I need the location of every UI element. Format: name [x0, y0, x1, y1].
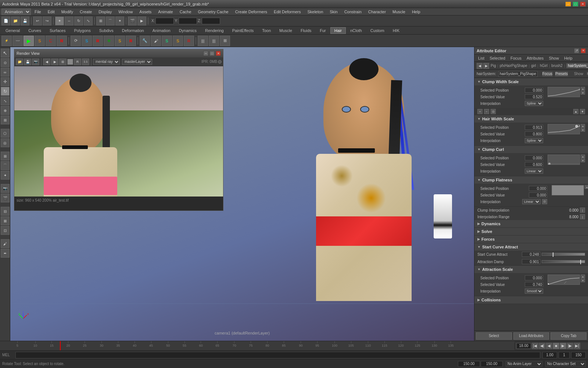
cc-graph-down[interactable]: ▼ [581, 159, 585, 162]
clump-width-icon1[interactable]: + [477, 109, 483, 114]
mode-dropdown[interactable]: Animation [1, 8, 31, 15]
clump-interp-slider[interactable]: | [580, 208, 585, 213]
menu-modify[interactable]: Modify [58, 9, 76, 15]
section-header-clump-flatness[interactable]: ▼ Clump Flatness [474, 176, 588, 184]
render-tool[interactable]: 🎬 [1, 194, 10, 202]
breadcrumb-prev[interactable]: ◀ [477, 63, 483, 69]
hw-interp-select[interactable]: Spline [525, 138, 543, 143]
cc-pos-input[interactable] [525, 155, 543, 160]
move-btn[interactable]: ↔ [65, 17, 74, 25]
rv-save-btn[interactable]: 💾 [24, 59, 31, 65]
tab-painteffects[interactable]: PaintEffects [228, 27, 258, 34]
section-header-start-curve[interactable]: ▼ Start Curve Attract [474, 243, 588, 251]
show-manipulator[interactable]: ⊕ [1, 106, 10, 115]
timeline-playhead[interactable] [60, 341, 61, 351]
step-back-btn[interactable]: ◀| [539, 343, 545, 349]
range-current-input[interactable] [559, 352, 570, 358]
shelf-icon-13[interactable]: 🔧 [140, 36, 150, 46]
section-header-solve[interactable]: ▶ Solve [474, 228, 588, 235]
tab-curves[interactable]: Curves [24, 27, 45, 34]
clump-curl-graph[interactable] [548, 155, 580, 165]
menu-character[interactable]: Character [365, 9, 389, 15]
hair-width-graph[interactable] [548, 124, 580, 134]
snap-to-point[interactable]: ✦ [1, 171, 10, 180]
component-editor[interactable]: ⊡ [1, 226, 10, 235]
minimize-button[interactable]: ─ [565, 1, 571, 7]
current-frame-input[interactable] [516, 343, 531, 349]
viewport-3d[interactable]: Render View ─ □ ✕ 📁 💾 📷 ◀ ▶ ⊞ R 1:1 [10, 47, 474, 341]
load-attributes-button[interactable]: Load Attributes [513, 332, 549, 340]
select-button[interactable]: Select [476, 332, 512, 340]
scale-tool[interactable]: ⤡ [1, 96, 10, 105]
soft-mod[interactable]: ◎ [1, 138, 10, 147]
play-fwd-btn[interactable]: ▶ [560, 343, 566, 349]
attr-tab-focus[interactable]: Focus [509, 55, 523, 61]
shelf-icon-8[interactable]: S [82, 36, 92, 46]
rv-next-btn[interactable]: ▶ [51, 59, 58, 65]
tab-animation[interactable]: Animation [148, 27, 175, 34]
sca-damp-slider[interactable] [542, 260, 585, 263]
as-graph-down[interactable]: ▼ [581, 279, 585, 282]
tab-fluids[interactable]: Fluids [297, 27, 315, 34]
tab-ncloth[interactable]: nCloth [346, 27, 366, 34]
x-input[interactable] [155, 18, 174, 24]
undo-btn[interactable]: ↩ [33, 17, 42, 25]
clump-width-val-input[interactable] [525, 94, 543, 99]
tab-hik[interactable]: HIK [389, 27, 404, 34]
breadcrumb-girl[interactable]: girl [531, 64, 536, 68]
breadcrumb-next[interactable]: ▶ [483, 63, 489, 69]
tab-deformation[interactable]: Deformation [118, 27, 148, 34]
rv-snap-btn[interactable]: 📷 [32, 59, 39, 65]
scale-btn[interactable]: ⤡ [84, 17, 93, 25]
rotate-btn[interactable]: ↻ [74, 17, 83, 25]
menu-create-deformers[interactable]: Create Deformers [232, 9, 270, 15]
focus-button[interactable]: Focus [542, 71, 553, 77]
menu-display[interactable]: Display [96, 9, 115, 15]
shelf-icon-2[interactable]: 〰 [12, 36, 23, 46]
cf-pos-input[interactable] [529, 186, 547, 191]
shelf-icon-18[interactable]: ||| [198, 36, 208, 46]
section-header-collisions[interactable]: ▶ Collisions [474, 296, 588, 304]
graph-down-btn[interactable]: ▼ [581, 91, 585, 95]
shelf-icon-5[interactable]: C [46, 36, 56, 46]
as-graph-up[interactable]: ▲ [581, 275, 585, 278]
shelf-icon-4[interactable]: S [35, 36, 45, 46]
section-header-attraction-scale[interactable]: ▼ Attraction Scale [474, 266, 588, 273]
hw-graph-up[interactable]: ▲ [581, 124, 585, 128]
menu-geometry-cache[interactable]: Geometry Cache [195, 9, 232, 15]
cf-graph-up[interactable]: ▲ [585, 185, 588, 189]
attr-tab-selected[interactable]: Selected [488, 55, 507, 61]
menu-muscle[interactable]: Muscle [390, 9, 408, 15]
sca-damp-input[interactable] [522, 259, 540, 264]
attr-tab-list[interactable]: List [477, 55, 486, 61]
attr-tab-help[interactable]: Help [563, 55, 574, 61]
rv-maximize[interactable]: □ [209, 51, 215, 56]
cf-val-input[interactable] [529, 192, 547, 198]
range-total-input[interactable] [571, 352, 586, 358]
snap-to-grid[interactable]: ⊞ [1, 152, 10, 160]
clump-width-icon5[interactable]: ▼ [580, 109, 585, 114]
rv-open-btn[interactable]: 📁 [16, 59, 23, 65]
anim-range-end-input[interactable] [481, 361, 503, 367]
rv-1to1-btn[interactable]: 1:1 [82, 59, 89, 65]
render-btn[interactable]: 🎬 [128, 17, 137, 25]
menu-skin[interactable]: Skin [327, 9, 340, 15]
play-back-btn[interactable]: ◀ [546, 343, 552, 349]
attr-float-btn[interactable]: ↗ [574, 48, 579, 53]
new-file-btn[interactable]: 📄 [1, 17, 10, 25]
tab-general[interactable]: General [1, 27, 24, 34]
shelf-icon-1[interactable]: ⚡ [1, 36, 12, 46]
tab-muscle[interactable]: Muscle [275, 27, 296, 34]
skip-to-start-btn[interactable]: |◀ [532, 343, 538, 349]
tab-dynamics[interactable]: Dynamics [175, 27, 201, 34]
cf-graph[interactable] [552, 185, 584, 195]
presets-button[interactable]: Presets [555, 71, 568, 77]
cc-val-input[interactable] [525, 162, 543, 167]
rv-layer-select[interactable]: masterLayer [122, 59, 152, 65]
graph-up-btn[interactable]: ▲ [581, 87, 585, 91]
menu-cache[interactable]: Cache [177, 9, 194, 15]
tab-fur[interactable]: Fur [316, 27, 330, 34]
custom-tool1[interactable]: ⊞ [1, 116, 10, 124]
z-input[interactable] [202, 18, 220, 24]
tab-surfaces[interactable]: Surfaces [46, 27, 69, 34]
